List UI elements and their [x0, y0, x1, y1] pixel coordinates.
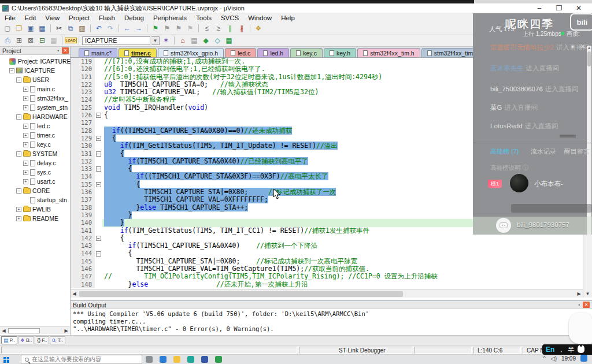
save-all-button[interactable]: ▦	[37, 24, 47, 34]
chat-username[interactable]: 蓝冰寒先生	[490, 65, 524, 72]
tree-expander-icon[interactable]: +	[23, 161, 28, 166]
tree-item-main-c[interactable]: +main.c	[0, 84, 70, 94]
tree-item-timer-c[interactable]: +timer.c	[0, 131, 70, 140]
rank-tab-active[interactable]: 高能榜 (7)	[490, 147, 519, 156]
open-file-button[interactable]: ❒	[14, 24, 24, 34]
comment-button[interactable]: ∥	[225, 24, 235, 34]
rank-tab-inactive[interactable]: 流水记录	[531, 147, 556, 156]
code-line-143[interactable]: 143 if(TIM5CH1_CAPTURE_STA&0X40) //捕获到一个…	[71, 242, 592, 250]
tree-item-user[interactable]: −USER	[0, 75, 70, 84]
uncomment-button[interactable]: ∦	[236, 24, 247, 34]
taskbar-app-icon-4[interactable]	[187, 356, 194, 363]
file-tab-stm32f4xx-tim-h[interactable]: stm32f4xx_tim.h	[357, 48, 420, 57]
tree-item-key-c[interactable]: +key.c	[0, 140, 70, 149]
chat-username[interactable]: 雷霆暖巴无情哈拉少2	[490, 44, 554, 51]
taskbar-app-icon-5[interactable]	[201, 356, 208, 363]
taskbar-app-icon-1[interactable]	[146, 356, 153, 363]
fold-collapse-icon[interactable]: −	[96, 182, 101, 187]
close-button[interactable]: ✕	[569, 4, 589, 12]
tree-expander-icon[interactable]: +	[23, 133, 28, 138]
download-flash-button[interactable]: LOAD	[65, 36, 76, 46]
file-tab-timer-c[interactable]: timer.c	[119, 48, 157, 57]
rebuild-button[interactable]: ⊠	[25, 36, 36, 46]
menu-item-peripherals[interactable]: Peripherals	[149, 14, 191, 21]
taskbar-app-icon-3[interactable]	[173, 356, 180, 363]
bookmark-toggle-button[interactable]: ⚑	[150, 24, 161, 34]
file-tab-led-h[interactable]: led.h	[257, 48, 289, 57]
target-options-button[interactable]: ✶	[161, 36, 171, 46]
target-select-dropdown-icon[interactable]: ▼	[151, 36, 160, 45]
tree-item-stm32f4xx-[interactable]: +stm32f4xx_	[0, 94, 70, 103]
bookmark-next-button[interactable]: ⚑	[162, 24, 172, 34]
tree-item-startup-stn[interactable]: startup_stn	[0, 195, 70, 205]
tree-item-core[interactable]: −CORE	[0, 186, 70, 195]
code-line-144[interactable]: 144− {	[71, 250, 592, 257]
panel-tab-F[interactable]: {}F..	[35, 336, 49, 344]
collapse-chevron-icon[interactable]: ▾	[571, 43, 574, 50]
tree-item-readme[interactable]: +README	[0, 214, 70, 223]
target-select[interactable]: ICAPTURE	[82, 36, 150, 45]
panel-tab-T[interactable]: 0,T..	[50, 336, 65, 344]
menu-item-flash[interactable]: Flash	[94, 14, 120, 21]
pin-icon[interactable]: ▪	[576, 302, 583, 308]
pin-icon[interactable]: ▪	[55, 47, 62, 54]
scroll-right-icon[interactable]: ▶	[62, 328, 70, 333]
ime-skin-icon[interactable]	[578, 347, 584, 353]
scrollbar-thumb[interactable]	[587, 51, 591, 66]
manage-components-button[interactable]: ◆	[201, 36, 211, 46]
rank-note-link[interactable]: 高能榜说明 ⓘ	[490, 164, 528, 172]
fold-collapse-icon[interactable]: −	[96, 251, 101, 257]
tree-expander-icon[interactable]: +	[23, 179, 28, 184]
tree-item-led-c[interactable]: +led.c	[0, 121, 70, 131]
scroll-left-icon[interactable]: ◀	[0, 328, 8, 333]
tree-expander-icon[interactable]: +	[23, 105, 28, 110]
scrollbar-thumb[interactable]	[79, 291, 403, 297]
rank-1-username[interactable]: 小布本布-	[534, 180, 563, 188]
pack-installer-button[interactable]: ◇	[212, 36, 223, 46]
print-button[interactable]: ▤	[189, 36, 199, 46]
file-tab-stm32f4xx-gpio-h[interactable]: stm32f4xx_gpio.h	[158, 48, 224, 57]
panel-tab-P[interactable]: ▤P..	[1, 336, 17, 344]
rank-tab-inactive[interactable]: 醒目留言	[564, 147, 590, 156]
taskbar-clock[interactable]: 19:09	[561, 355, 576, 362]
tree-item-project-icapture[interactable]: Project: ICAPTURE	[0, 57, 70, 66]
editor-horizontal-scrollbar[interactable]: ◀ ▶	[71, 289, 583, 298]
code-line-142[interactable]: 142− {	[71, 235, 592, 242]
file-tab-key-h[interactable]: key.h	[324, 48, 356, 57]
undo-button[interactable]: ↶	[94, 24, 104, 34]
chat-username[interactable]: bili_75003806076	[490, 86, 543, 92]
menu-item-file[interactable]: File	[0, 14, 20, 21]
menu-item-window[interactable]: Window	[243, 14, 276, 21]
tree-expander-icon[interactable]: +	[23, 87, 28, 92]
minimize-button[interactable]: –	[530, 4, 549, 12]
translate-button[interactable]: ⎙	[2, 36, 13, 46]
chat-username[interactable]: LotusRedd	[490, 122, 523, 129]
scroll-left-icon[interactable]: ◀	[71, 291, 78, 296]
tree-expander-icon[interactable]: −	[16, 188, 21, 194]
tree-expander-icon[interactable]: −	[16, 151, 21, 157]
fold-collapse-icon[interactable]: −	[96, 166, 101, 172]
fold-collapse-icon[interactable]: −	[96, 136, 101, 141]
books-button[interactable]: ❖	[253, 24, 264, 34]
cut-button[interactable]: ✂	[54, 24, 64, 34]
tray-volume-icon[interactable]: ◁)	[550, 355, 557, 362]
tree-item-delay-c[interactable]: +delay.c	[0, 158, 70, 168]
tree-expander-icon[interactable]: −	[16, 114, 21, 120]
panel-drag-handle[interactable]	[560, 135, 576, 138]
tree-item-system-stn[interactable]: +system_stn	[0, 103, 70, 112]
ime-width-mode[interactable]: 半	[568, 346, 574, 354]
scroll-down-icon[interactable]: ▼	[583, 291, 592, 296]
scrollbar-thumb[interactable]	[8, 328, 40, 333]
menu-item-tools[interactable]: Tools	[191, 14, 216, 21]
ime-punctuation-mode[interactable]: ，	[558, 346, 564, 354]
debug-session-button[interactable]: ⌂	[177, 36, 188, 46]
tree-item-hardware[interactable]: −HARDWARE	[0, 112, 70, 121]
close-chat-icon[interactable]: ✕	[580, 43, 585, 50]
code-line-146[interactable]: 146 TIM5CH1_CAPTURE_VAL=TIM_GetCapture1(…	[71, 265, 592, 273]
save-button[interactable]: ▣	[25, 24, 36, 34]
menu-item-debug[interactable]: Debug	[120, 14, 149, 21]
manage-runtime-button[interactable]: ▦	[224, 36, 234, 46]
tray-chevron-icon[interactable]: ^	[543, 355, 546, 362]
batch-build-button[interactable]: ⊟	[37, 36, 47, 46]
fold-collapse-icon[interactable]: −	[96, 113, 101, 118]
